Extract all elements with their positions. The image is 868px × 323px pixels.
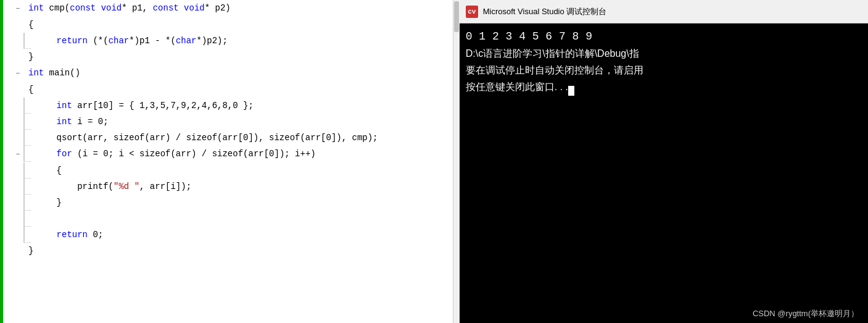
gutter-15 xyxy=(23,227,31,243)
line-text-12: printf("%d ", arr[i]); xyxy=(31,178,191,195)
gutter-3 xyxy=(23,33,31,49)
code-line-15: return 0; xyxy=(12,227,453,243)
code-line-11: { xyxy=(12,162,453,178)
code-line-14 xyxy=(12,211,453,227)
console-titlebar: cv Microsoft Visual Studio 调试控制台 xyxy=(460,0,868,23)
scrollbar-thumb[interactable] xyxy=(454,1,459,32)
console-body: 0 1 2 3 4 5 6 7 8 9 D:\c语言进阶学习\指针的详解\Deb… xyxy=(460,23,868,304)
console-output-1: 0 1 2 3 4 5 6 7 8 9 xyxy=(466,28,862,45)
line-text-11: { xyxy=(31,162,62,178)
console-window: cv Microsoft Visual Studio 调试控制台 0 1 2 3… xyxy=(460,0,868,323)
code-line-1: − int cmp(const void* p1, const void* p2… xyxy=(12,0,453,17)
editor-scrollbar[interactable] xyxy=(453,0,460,323)
code-line-8: int i = 0; xyxy=(12,114,453,130)
gutter-10 xyxy=(23,146,31,162)
gutter-14 xyxy=(23,211,31,227)
code-line-9: qsort(arr, sizeof(arr) / sizeof(arr[0]),… xyxy=(12,130,453,146)
line-text-15: return 0; xyxy=(31,227,103,243)
console-output-4: 按任意键关闭此窗口. . . xyxy=(466,78,862,95)
code-line-10: − for (i = 0; i < sizeof(arr) / sizeof(a… xyxy=(12,146,453,162)
console-footer: CSDN @rygttm(举杯邀明月） xyxy=(460,304,868,323)
gutter-11 xyxy=(23,162,31,178)
cursor xyxy=(568,86,574,96)
line-text-2: { xyxy=(23,17,33,33)
code-editor: − int cmp(const void* p1, const void* p2… xyxy=(0,0,453,323)
line-text-1: int cmp(const void* p1, const void* p2) xyxy=(23,0,231,16)
line-text-10: for (i = 0; i < sizeof(arr) / sizeof(arr… xyxy=(31,146,316,162)
gutter-13 xyxy=(23,195,31,211)
line-text-8: int i = 0; xyxy=(31,114,109,130)
console-output-3: 要在调试停止时自动关闭控制台，请启用 xyxy=(466,62,862,78)
gutter-8 xyxy=(23,114,31,130)
line-text-5: int main() xyxy=(23,65,80,81)
code-line-3: return (*(char*)p1 - *(char*)p2); xyxy=(12,33,453,49)
watermark: CSDN @rygttm(举杯邀明月） xyxy=(753,308,859,319)
code-line-2: { xyxy=(12,17,453,33)
line-text-3: return (*(char*)p1 - *(char*)p2); xyxy=(31,33,228,49)
line-text-14 xyxy=(31,211,41,227)
fold-5[interactable]: − xyxy=(12,65,23,82)
console-title: Microsoft Visual Studio 调试控制台 xyxy=(483,6,607,17)
code-line-4: } xyxy=(12,49,453,65)
fold-10[interactable]: − xyxy=(12,146,23,162)
line-text-9: qsort(arr, sizeof(arr) / sizeof(arr[0]),… xyxy=(31,130,378,146)
code-content: − int cmp(const void* p1, const void* p2… xyxy=(0,0,453,259)
line-text-16: } xyxy=(23,243,33,259)
code-line-13: } xyxy=(12,195,453,211)
code-line-6: { xyxy=(12,82,453,98)
gutter-12 xyxy=(23,178,31,195)
line-text-13: } xyxy=(31,195,62,211)
console-icon: cv xyxy=(466,6,478,18)
code-line-12: printf("%d ", arr[i]); xyxy=(12,178,453,195)
line-text-6: { xyxy=(23,82,33,98)
fold-1[interactable]: − xyxy=(12,1,23,17)
line-text-7: int arr[10] = { 1,3,5,7,9,2,4,6,8,0 }; xyxy=(31,98,254,114)
console-output-2: D:\c语言进阶学习\指针的详解\Debug\指 xyxy=(466,45,862,62)
gutter-9 xyxy=(23,130,31,146)
code-line-16: } xyxy=(12,243,453,259)
code-line-7: int arr[10] = { 1,3,5,7,9,2,4,6,8,0 }; xyxy=(12,98,453,114)
code-line-5: − int main() xyxy=(12,65,453,82)
line-text-4: } xyxy=(23,49,33,65)
gutter-7 xyxy=(23,98,31,114)
